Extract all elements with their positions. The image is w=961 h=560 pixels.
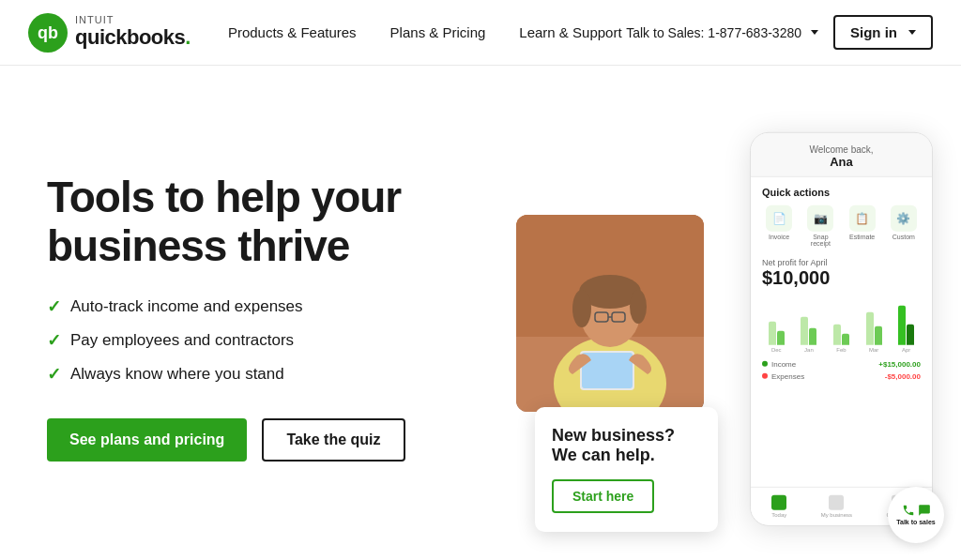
bar-label: Apr [902,346,910,352]
main-content: Tools to help your business thrive ✓ Aut… [0,66,961,560]
float-icons [902,504,931,517]
expense-bar [907,324,914,344]
snap-receipt-label: Snap receipt [803,233,837,246]
new-business-title: New business? We can help. [552,426,701,466]
invoice-icon: 📄 [766,204,792,231]
phone-nav-my-business[interactable]: My business [821,494,852,517]
expense-bar [875,325,882,344]
bar-group: Apr [892,305,921,352]
svg-point-8 [630,290,647,324]
check-icon-2: ✓ [47,330,61,351]
feature-list: ✓ Auto-track income and expenses ✓ Pay e… [47,296,497,385]
main-nav: Products & Features Plans & Pricing Lear… [228,24,626,40]
action-custom[interactable]: ⚙️ Custom [887,204,921,246]
income-label: Income [771,359,796,368]
expense-item: Expenses [762,371,804,380]
bar-label: Jan [804,346,814,352]
logo-text: INTUIT quickbooks. [75,15,191,50]
header: qb INTUIT quickbooks. Products & Feature… [0,0,961,66]
phone-mockup: Welcome back, Ana Quick actions 📄 Invoic… [750,131,933,525]
bar-group: Dec [762,321,791,352]
hero-right: New business? We can help. Start here We… [497,66,961,560]
net-profit-label: Net profit for April [762,257,921,266]
custom-label: Custom [892,233,915,239]
bar-group: Mar [860,311,889,352]
my-business-label: My business [821,511,852,517]
today-icon [771,494,786,509]
chevron-down-icon [811,30,818,35]
income-dot [762,361,768,367]
net-profit-section: Net profit for April $10,000 [762,257,921,288]
today-label: Today [771,511,786,517]
phone-user-name: Ana [764,154,919,168]
take-quiz-button[interactable]: Take the quiz [262,418,404,462]
income-bar [801,316,808,344]
bar-label: Mar [869,346,878,352]
bars [833,324,849,344]
expense-value: -$5,000.00 [885,371,921,380]
income-value: +$15,000.00 [878,359,921,368]
cta-buttons: See plans and pricing Take the quiz [47,418,497,462]
sign-in-button[interactable]: Sign in [833,15,933,50]
action-invoice[interactable]: 📄 Invoice [762,204,796,246]
expense-bar [809,327,816,344]
estimate-label: Estimate [849,233,875,239]
estimate-icon: 📋 [849,204,876,231]
bar-chart: DecJanFebMarApr [762,295,921,352]
expense-dot [762,373,768,379]
svg-text:qb: qb [38,23,58,42]
bar-label: Dec [771,346,782,352]
bars [769,321,785,344]
income-bar [833,324,841,344]
nav-item-learn-support[interactable]: Learn & Support [519,24,621,40]
phone-icon [902,504,915,517]
header-right: Talk to Sales: 1-877-683-3280 Sign in [626,15,933,50]
phone-nav-today[interactable]: Today [771,494,786,517]
quick-actions-label: Quick actions [762,186,921,197]
person-photo [516,215,704,412]
talk-to-sales-float-label: Talk to sales [896,519,936,526]
snap-receipt-icon: 📷 [807,204,833,231]
net-profit-value: $10,000 [762,266,921,288]
action-estimate[interactable]: 📋 Estimate [846,204,879,246]
feature-item-2: ✓ Pay employees and contractors [47,330,497,351]
income-bar [769,321,776,344]
start-here-button[interactable]: Start here [552,479,654,513]
bars [866,311,882,344]
chevron-down-icon [908,30,916,35]
income-expense-row: Income +$15,000.00 [762,359,921,368]
expense-bar [777,330,785,344]
phone-body: Quick actions 📄 Invoice 📷 Snap receipt 📋… [751,176,932,393]
phone-welcome-text: Welcome back, [764,144,919,154]
hero-left: Tools to help your business thrive ✓ Aut… [47,164,497,462]
bar-group: Feb [827,324,856,352]
person-illustration [516,215,704,412]
bar-group: Jan [795,316,824,352]
bars [801,316,816,344]
expense-bar [842,333,849,344]
check-icon-1: ✓ [47,296,61,317]
check-icon-3: ✓ [47,364,61,385]
income-bar [866,311,874,344]
logo[interactable]: qb INTUIT quickbooks. [28,13,191,53]
talk-to-sales-nav[interactable]: Talk to Sales: 1-877-683-3280 [626,25,818,40]
new-business-card: New business? We can help. Start here [535,407,718,532]
nav-item-products-features[interactable]: Products & Features [228,24,357,40]
bars [898,305,914,344]
feature-item-1: ✓ Auto-track income and expenses [47,296,497,317]
action-snap-receipt[interactable]: 📷 Snap receipt [803,204,837,246]
income-bar [898,305,906,344]
bar-label: Feb [836,346,846,352]
nav-item-plans-pricing[interactable]: Plans & Pricing [390,24,486,40]
income-item: Income [762,359,796,368]
quick-actions-row: 📄 Invoice 📷 Snap receipt 📋 Estimate ⚙️ C… [762,204,921,246]
custom-icon: ⚙️ [891,204,917,231]
hero-title: Tools to help your business thrive [47,174,497,270]
see-plans-pricing-button[interactable]: See plans and pricing [47,418,247,462]
my-business-icon [829,494,844,509]
talk-to-sales-float[interactable]: Talk to sales [888,487,944,543]
svg-point-7 [572,290,591,327]
feature-item-3: ✓ Always know where you stand [47,364,497,385]
chat-icon [918,504,931,517]
quickbooks-logo-icon: qb [28,13,68,53]
